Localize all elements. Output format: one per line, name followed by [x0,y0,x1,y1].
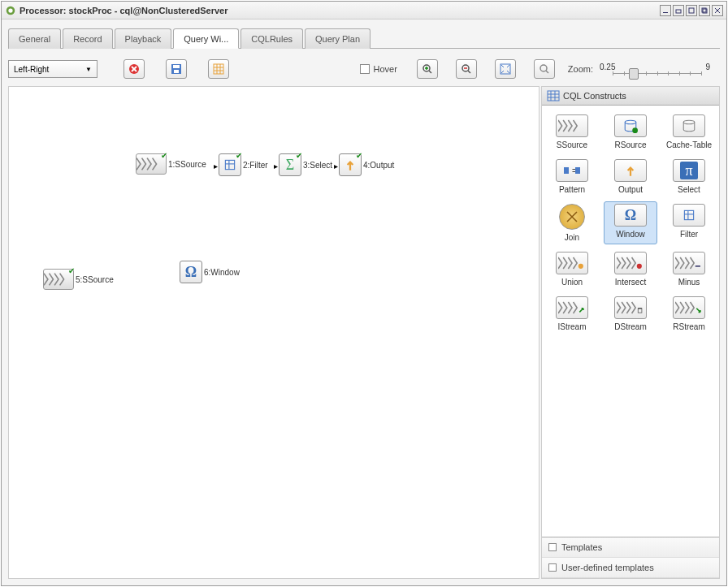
palette-panel: CQL Constructs SSource RSource Cache-Tab… [541,86,720,579]
svg-rect-41 [564,167,569,174]
palette-item-union[interactable]: Union [545,249,599,289]
palette-item-pattern[interactable]: = Pattern [545,157,599,196]
svg-line-29 [546,71,548,73]
close-button[interactable] [712,5,723,16]
check-icon: ✔ [236,151,244,159]
connector-arrow: ▸ [214,162,218,170]
layout-dropdown[interactable]: Left-Right ▼ [8,60,98,78]
zoom-slider[interactable] [613,71,702,76]
palette-item-rsource[interactable]: RSource [604,112,657,152]
tab-cqlrules[interactable]: CQLRules [240,28,303,49]
tab-query-wizard[interactable]: Query Wi... [173,28,239,49]
tab-query-plan[interactable]: Query Plan [305,28,370,49]
minimize-button[interactable] [660,5,671,16]
svg-point-39 [632,127,638,133]
ssource-icon [556,114,588,137]
palette-footer: Templates User-defined templates [542,537,719,578]
node-label: 4:Output [363,161,394,170]
pattern-icon: = [556,159,588,182]
check-icon: ✔ [161,151,169,159]
section-icon [548,563,557,572]
node-ssource-5[interactable]: ✔ 5:SSource [43,269,114,290]
restore-down-button[interactable] [673,5,684,16]
content-area: General Record Playback Query Wi... CQLR… [2,19,726,585]
zoom-in-icon [420,63,435,76]
filter-icon [673,204,705,227]
tab-playback[interactable]: Playback [115,28,172,49]
palette-item-intersect[interactable]: Intersect [604,249,657,289]
select-icon: Σ ✔ [279,153,301,176]
title-bar: Processor: stockProc - cql@NonClusteredS… [2,2,726,19]
rstream-icon [673,296,705,319]
output-icon: ✔ [339,153,362,176]
connector-arrow: ▸ [274,162,278,170]
grid-icon [211,63,226,76]
palette-label: Join [565,233,579,242]
hover-checkbox-group: Hover [360,64,396,74]
delete-icon [127,63,141,76]
palette-item-join[interactable]: Join [545,201,599,244]
palette-item-istream[interactable]: IStream [545,294,599,334]
palette-item-rstream[interactable]: RStream [662,294,716,334]
select-icon: π [673,159,705,182]
node-label: 1:SSource [168,160,206,169]
section-label: User-defined templates [561,563,654,572]
window-icon: Ω [614,204,647,227]
palette-item-filter[interactable]: Filter [662,201,716,244]
restore-button[interactable] [699,5,710,16]
svg-rect-30 [225,160,234,169]
node-window-6[interactable]: Ω 6:Window [180,261,240,283]
palette-item-minus[interactable]: Minus [662,249,716,289]
cache-icon [673,114,705,137]
check-icon: ✔ [356,151,364,159]
node-ssource-1[interactable]: ✔ 1:SSource [136,153,206,175]
save-icon [169,63,184,76]
palette-header[interactable]: CQL Constructs [542,87,719,106]
node-label: 3:Select [303,161,332,170]
dstream-icon [614,296,647,319]
tab-record[interactable]: Record [63,28,112,49]
zoom-reset-button[interactable] [534,59,555,79]
section-label: Templates [561,542,602,552]
maximize-button[interactable] [686,5,697,16]
palette-label: Window [616,230,645,239]
svg-point-1 [8,8,12,12]
svg-point-47 [578,264,583,269]
check-icon: ✔ [68,266,76,274]
svg-rect-4 [689,8,694,13]
diagram-canvas[interactable]: ✔ 1:SSource ▸ ✔ 2:Filter ▸ Σ ✔ [8,86,540,579]
palette-item-select[interactable]: π Select [662,157,716,196]
zoom-slider-thumb[interactable] [629,68,639,80]
delete-button[interactable] [124,59,145,79]
app-window: Processor: stockProc - cql@NonClusteredS… [1,1,727,586]
palette-item-cache-table[interactable]: Cache-Table [662,112,716,152]
zoom-out-button[interactable] [456,59,477,79]
palette-item-ssource[interactable]: SSource [545,112,599,152]
svg-rect-15 [214,64,223,74]
palette-label: IStream [557,322,586,331]
union-icon [556,252,588,274]
tab-label: General [19,34,50,44]
palette-item-dstream[interactable]: DStream [604,294,657,334]
palette-item-output[interactable]: Output [604,157,657,196]
node-select-3[interactable]: Σ ✔ 3:Select [279,153,332,176]
zoom-max-label: 9 [705,63,710,71]
node-output-4[interactable]: ✔ 4:Output [339,153,394,176]
grid-button[interactable] [208,59,229,79]
svg-point-40 [683,120,695,124]
zoom-in-button[interactable] [417,59,438,79]
save-button[interactable] [166,59,187,79]
app-icon [5,5,16,16]
palette-section-templates[interactable]: Templates [542,537,719,558]
minus-icon [673,252,705,274]
palette-section-user-templates[interactable]: User-defined templates [542,558,719,578]
tab-general[interactable]: General [8,28,61,49]
chevron-down-icon: ▼ [85,66,92,73]
palette-label: Union [561,278,583,287]
svg-rect-33 [548,91,559,101]
palette-item-window[interactable]: Ω Window [604,201,657,244]
zoom-fit-button[interactable] [495,59,516,79]
node-filter-2[interactable]: ✔ 2:Filter [219,153,268,176]
svg-line-21 [429,71,431,73]
hover-checkbox[interactable] [360,64,370,74]
